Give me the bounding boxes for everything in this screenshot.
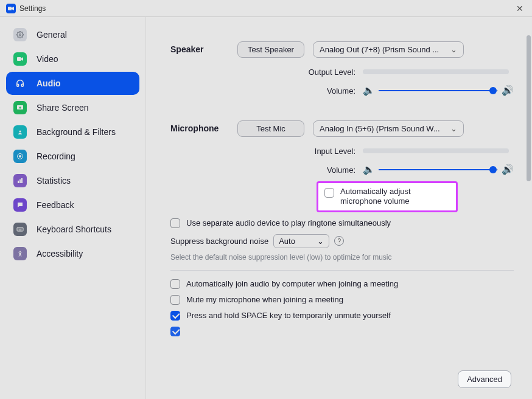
mic-volume-label: Volume: [327, 165, 355, 175]
checkbox[interactable] [170, 279, 180, 289]
sidebar-item-feedback[interactable]: Feedback [6, 193, 139, 217]
share-screen-icon [13, 101, 27, 114]
sidebar-item-label: Feedback [37, 200, 74, 210]
advanced-button[interactable]: Advanced [458, 370, 511, 388]
window-title: Settings [19, 4, 46, 13]
svg-rect-9 [21, 178, 23, 183]
sidebar-item-label: Accessibility [37, 249, 83, 258]
chevron-down-icon: ⌄ [450, 124, 457, 133]
chevron-down-icon: ⌄ [317, 237, 324, 246]
svg-point-1 [19, 34, 21, 36]
sidebar-item-audio[interactable]: Audio [6, 72, 139, 95]
scrollbar[interactable] [527, 35, 531, 181]
sidebar-item-label: Share Screen [37, 103, 89, 113]
svg-point-6 [19, 155, 21, 158]
speaker-volume-label: Volume: [327, 86, 355, 95]
svg-rect-7 [18, 181, 19, 183]
svg-rect-15 [19, 230, 22, 231]
speaker-heading: Speaker [170, 44, 203, 54]
mic-volume-slider[interactable] [379, 166, 498, 173]
gear-icon [13, 28, 27, 41]
accessibility-icon [13, 247, 27, 260]
svg-rect-10 [17, 227, 23, 231]
volume-low-icon: 🔈 [363, 85, 375, 96]
speaker-section: Speaker Test Speaker Analog Out (7+8) (P… [170, 41, 514, 96]
svg-point-4 [19, 131, 21, 133]
sidebar-item-keyboard-shortcuts[interactable]: Keyboard Shortcuts [6, 218, 139, 241]
close-button[interactable]: ✕ [514, 2, 526, 15]
speaker-volume-slider[interactable] [379, 87, 498, 94]
microphone-device-value: Analog In (5+6) (Prism Sound W... [320, 124, 446, 133]
checkbox[interactable] [170, 295, 180, 305]
sidebar-item-share-screen[interactable]: Share Screen [6, 96, 139, 119]
volume-low-icon: 🔈 [363, 164, 375, 175]
sidebar: General Video Audio Share Screen Backgro… [0, 17, 146, 399]
auto-adjust-checkbox[interactable] [324, 188, 334, 198]
noise-hint: Select the default noise suppression lev… [170, 253, 514, 262]
checkbox[interactable] [170, 327, 180, 336]
auto-join-audio-option[interactable]: Automatically join audio by computer whe… [170, 279, 514, 289]
video-icon [13, 52, 27, 66]
checkbox[interactable] [170, 218, 180, 228]
output-level-label: Output Level: [309, 68, 355, 77]
auto-adjust-mic-volume-option[interactable]: Automatically adjust microphone volume [317, 181, 458, 212]
sidebar-item-background-filters[interactable]: Background & Filters [6, 120, 139, 144]
chevron-down-icon: ⌄ [450, 45, 457, 54]
checkbox[interactable] [170, 311, 180, 321]
input-level-meter [363, 148, 509, 153]
svg-rect-12 [19, 229, 20, 229]
titlebar: Settings ✕ [0, 0, 532, 17]
sidebar-item-statistics[interactable]: Statistics [6, 169, 139, 192]
sidebar-item-label: Audio [37, 78, 61, 88]
sidebar-item-label: Keyboard Shortcuts [37, 224, 111, 234]
suppress-noise-dropdown[interactable]: Auto ⌄ [273, 234, 329, 248]
speaker-device-dropdown[interactable]: Analog Out (7+8) (Prism Sound ... ⌄ [313, 41, 464, 58]
svg-rect-8 [19, 179, 21, 183]
mute-on-join-option[interactable]: Mute my microphone when joining a meetin… [170, 295, 514, 305]
svg-rect-2 [17, 57, 21, 61]
test-mic-button[interactable]: Test Mic [237, 120, 304, 137]
microphone-section: Microphone Test Mic Analog In (5+6) (Pri… [170, 120, 514, 212]
speaker-device-value: Analog Out (7+8) (Prism Sound ... [320, 45, 446, 54]
svg-rect-13 [21, 229, 21, 229]
suppress-noise-value: Auto [279, 237, 317, 246]
zoom-app-icon [6, 4, 16, 13]
record-icon [13, 150, 27, 163]
keyboard-icon [13, 223, 27, 236]
sidebar-item-accessibility[interactable]: Accessibility [6, 242, 139, 265]
separate-ringtone-device-option[interactable]: Use separate audio device to play ringto… [170, 218, 514, 228]
volume-high-icon: 🔊 [502, 164, 514, 175]
microphone-device-dropdown[interactable]: Analog In (5+6) (Prism Sound W... ⌄ [313, 120, 464, 137]
help-icon[interactable]: ? [334, 236, 344, 246]
output-level-meter [363, 69, 509, 74]
svg-rect-11 [18, 229, 19, 229]
sidebar-item-label: Recording [37, 151, 75, 161]
sidebar-item-label: Statistics [37, 176, 71, 186]
separate-ringtone-label: Use separate audio device to play ringto… [186, 218, 391, 227]
sidebar-item-label: Video [37, 54, 58, 64]
divider [170, 270, 514, 271]
sidebar-item-label: Background & Filters [37, 127, 116, 137]
sidebar-item-video[interactable]: Video [6, 47, 139, 71]
sidebar-item-recording[interactable]: Recording [6, 145, 139, 168]
input-level-label: Input Level: [315, 147, 355, 156]
chat-icon [13, 198, 27, 212]
test-speaker-button[interactable]: Test Speaker [237, 41, 304, 58]
sidebar-item-label: General [37, 30, 67, 40]
suppress-noise-label: Suppress background noise [170, 237, 268, 246]
headphones-icon [13, 77, 27, 90]
space-unmute-option[interactable]: Press and hold SPACE key to temporarily … [170, 311, 514, 321]
svg-rect-14 [22, 229, 23, 229]
suppress-noise-row: Suppress background noise Auto ⌄ ? [170, 234, 514, 248]
mute-on-join-label: Mute my microphone when joining a meetin… [186, 295, 343, 304]
svg-rect-0 [8, 7, 12, 10]
bar-chart-icon [13, 174, 27, 187]
sidebar-item-general[interactable]: General [6, 23, 139, 46]
main-content: Speaker Test Speaker Analog Out (7+8) (P… [146, 17, 532, 399]
svg-point-16 [19, 251, 21, 252]
additional-option[interactable]: placeholder [170, 327, 514, 336]
volume-high-icon: 🔊 [502, 85, 514, 96]
microphone-heading: Microphone [170, 123, 219, 133]
auto-join-label: Automatically join audio by computer whe… [186, 279, 398, 288]
space-unmute-label: Press and hold SPACE key to temporarily … [186, 311, 391, 320]
